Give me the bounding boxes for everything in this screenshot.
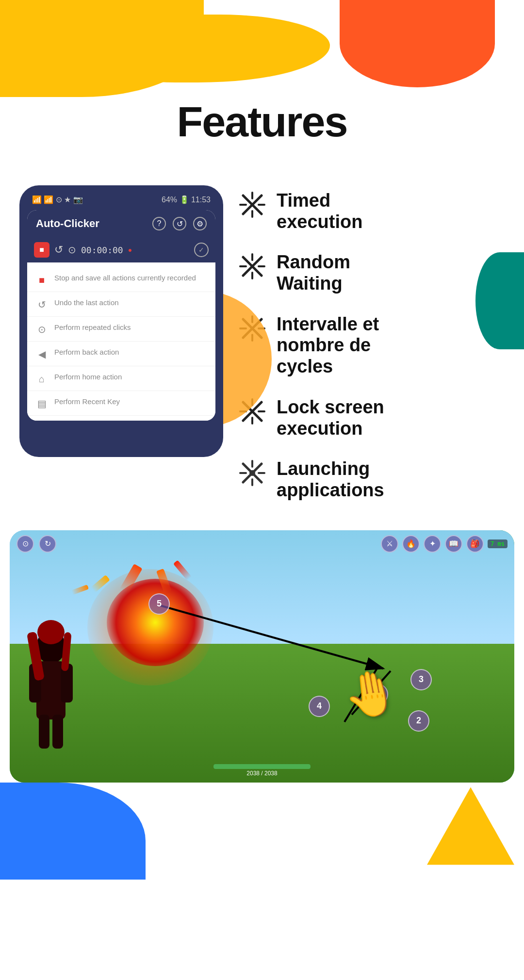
character xyxy=(19,618,82,753)
svg-point-30 xyxy=(249,470,255,476)
phone-screen: Auto-Clicker ? ↺ ⚙ xyxy=(27,210,215,421)
intervalle-text: Intervalle etnombre decycles xyxy=(277,314,379,377)
hud-icon-right-5[interactable]: 🎒 xyxy=(466,535,484,553)
feature-launching-apps: Launchingapplications xyxy=(238,458,505,501)
health-text: 2038 / 2038 xyxy=(213,770,311,777)
click-point-3[interactable]: 3 xyxy=(410,669,432,690)
app-header-icons: ? ↺ ⚙ xyxy=(152,217,207,230)
toolbar-undo-icon[interactable]: ↺ xyxy=(54,244,63,256)
lock-screen-text: Lock screenexecution xyxy=(277,397,384,439)
game-screenshot: ⊙ ↻ ⚔ 🔥 ✦ 📖 🎒 7 ms xyxy=(10,530,514,783)
toolbar-row: ■ ↺ ⊙ 00:00:00 ● ✓ xyxy=(27,237,215,262)
feature-lock-screen: Lock screenexecution xyxy=(238,397,505,439)
phone-menu: ■ Stop and save all actions currently re… xyxy=(27,262,215,421)
menu-item-recent-key[interactable]: ▤ Perform Recent Key xyxy=(27,391,215,416)
launching-apps-text: Launchingapplications xyxy=(277,458,384,501)
page: Features 📶 📶 ⊙ ★ 📷 64% 🔋 11:53 Auto-Clic… xyxy=(0,0,524,880)
health-bar-bg xyxy=(213,764,311,769)
settings-icon[interactable]: ⚙ xyxy=(193,217,207,230)
app-title-label: Auto-Clicker xyxy=(36,217,99,230)
toolbar-target-icon[interactable]: ⊙ xyxy=(68,244,76,256)
menu-item-home-action[interactable]: ⌂ Perform home action xyxy=(27,366,215,391)
repeated-clicks-icon: ⊙ xyxy=(36,324,48,335)
back-action-text: Perform back action xyxy=(54,347,119,357)
app-header: Auto-Clicker ? ↺ ⚙ xyxy=(27,210,215,237)
launching-apps-icon xyxy=(238,458,267,488)
hud-icon-right-2[interactable]: 🔥 xyxy=(402,535,420,553)
menu-item-undo[interactable]: ↺ Undo the last action xyxy=(27,292,215,317)
game-ground xyxy=(10,644,514,783)
stop-icon: ■ xyxy=(39,245,44,254)
svg-rect-36 xyxy=(52,715,63,749)
toolbar-timer: 00:00:00 xyxy=(81,245,123,255)
hud-icon-left-2[interactable]: ↻ xyxy=(39,535,56,553)
back-action-icon: ◀ xyxy=(36,348,48,360)
menu-item-repeated-clicks[interactable]: ⊙ Perform repeated clicks xyxy=(27,317,215,342)
feature-random-waiting: RandomWaiting xyxy=(238,252,505,294)
repeated-clicks-text: Perform repeated clicks xyxy=(54,323,131,332)
blob-teal-leaf xyxy=(475,252,524,349)
bottom-decorative-area xyxy=(0,783,524,880)
feature-timed-execution: Timedexecution xyxy=(238,190,505,232)
health-bar-fill xyxy=(213,764,311,769)
hud-right-icons: ⚔ 🔥 ✦ 📖 🎒 7 ms xyxy=(381,535,508,553)
history-icon[interactable]: ↺ xyxy=(173,217,186,230)
hand-cursor: 🤚 xyxy=(340,664,402,724)
hud-icon-right-1[interactable]: ⚔ xyxy=(381,535,398,553)
hud-top: ⊙ ↻ ⚔ 🔥 ✦ 📖 🎒 7 ms xyxy=(10,535,514,553)
random-waiting-text: RandomWaiting xyxy=(277,252,350,294)
click-point-4[interactable]: 4 xyxy=(309,696,330,717)
recent-key-text: Perform Recent Key xyxy=(54,397,120,407)
hud-icon-left-1[interactable]: ⊙ xyxy=(16,535,34,553)
phone-status-right: 64% 🔋 11:53 xyxy=(162,195,211,204)
feature-intervalle: Intervalle etnombre decycles xyxy=(238,314,505,377)
click-point-2[interactable]: 2 xyxy=(408,710,429,732)
menu-item-stop-save[interactable]: ■ Stop and save all actions currently re… xyxy=(27,267,215,292)
menu-item-back-action[interactable]: ◀ Perform back action xyxy=(27,342,215,366)
timed-execution-text: Timedexecution xyxy=(277,190,362,232)
blob-top-orange xyxy=(340,0,495,87)
health-bar-container: 2038 / 2038 xyxy=(213,764,311,777)
explosion xyxy=(107,579,204,666)
svg-rect-35 xyxy=(39,715,49,749)
timed-execution-icon xyxy=(238,190,267,219)
home-action-icon: ⌂ xyxy=(36,373,48,385)
help-icon[interactable]: ? xyxy=(152,217,166,230)
undo-icon: ↺ xyxy=(36,299,48,310)
stop-save-text: Stop and save all actions currently reco… xyxy=(54,273,196,283)
hud-icon-right-4[interactable]: 📖 xyxy=(445,535,462,553)
random-waiting-icon xyxy=(238,252,267,281)
hud-left-icons: ⊙ ↻ xyxy=(16,535,56,553)
stop-button[interactable]: ■ xyxy=(34,242,49,258)
svg-point-37 xyxy=(37,620,65,644)
recent-key-icon: ▤ xyxy=(36,398,48,409)
features-list: Timedexecution RandomWaiting xyxy=(238,176,505,521)
undo-text: Undo the last action xyxy=(54,298,119,308)
phone-status-left: 📶 📶 ⊙ ★ 📷 xyxy=(32,195,83,204)
hud-ping: 7 ms xyxy=(488,539,508,548)
hud-icon-right-3[interactable]: ✦ xyxy=(424,535,441,553)
toolbar-check[interactable]: ✓ xyxy=(194,243,209,257)
phone-status-bar: 📶 📶 ⊙ ★ 📷 64% 🔋 11:53 xyxy=(27,193,215,206)
stop-save-icon: ■ xyxy=(36,274,48,286)
home-action-text: Perform home action xyxy=(54,372,122,382)
phone-mockup: 📶 📶 ⊙ ★ 📷 64% 🔋 11:53 Auto-Clicker ? ↺ xyxy=(19,185,223,457)
game-section: ⊙ ↻ ⚔ 🔥 ✦ 📖 🎒 7 ms xyxy=(0,530,524,783)
click-point-5[interactable]: 5 xyxy=(148,593,170,615)
toolbar-record-dot: ● xyxy=(128,246,132,254)
